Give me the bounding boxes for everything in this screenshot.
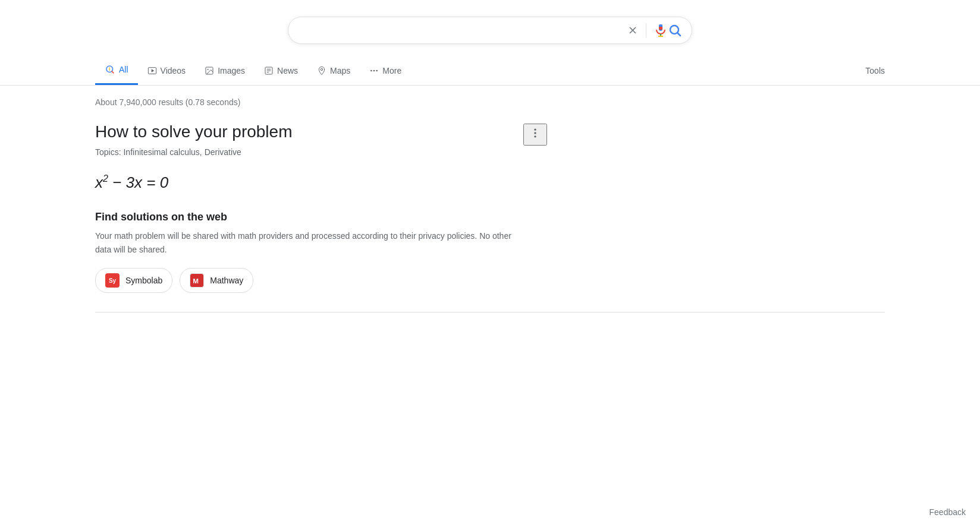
news-tab-icon: [264, 66, 274, 75]
tab-images[interactable]: Images: [195, 58, 255, 84]
symbolab-label: Symbolab: [125, 276, 162, 285]
clear-button[interactable]: [627, 24, 639, 36]
results-count: About 7,940,000 results (0.78 seconds): [95, 97, 885, 107]
mathway-label: Mathway: [210, 276, 243, 285]
symbolab-logo: Sy: [105, 273, 120, 288]
mathway-button[interactable]: M Mathway: [180, 268, 253, 293]
three-dot-menu-button[interactable]: [523, 124, 547, 146]
tab-all[interactable]: All: [95, 56, 138, 85]
tab-all-label: All: [119, 65, 128, 74]
close-icon: [627, 24, 639, 36]
svg-line-10: [112, 71, 114, 73]
search-bar: find the derivative of x^2-3x=0: [288, 17, 692, 44]
tab-videos-label: Videos: [161, 66, 186, 75]
tab-news-label: News: [277, 66, 298, 75]
solution-buttons: Sy Symbolab M Mathway: [95, 268, 547, 293]
tab-maps[interactable]: Maps: [307, 58, 360, 84]
tab-images-label: Images: [218, 66, 245, 75]
svg-line-8: [678, 33, 681, 36]
voice-search-button[interactable]: [654, 23, 668, 37]
svg-point-21: [370, 70, 372, 71]
search-icon: [668, 23, 682, 37]
tools-label: Tools: [865, 66, 885, 75]
vertical-dots-icon: [529, 127, 541, 139]
svg-point-20: [321, 68, 322, 70]
svg-point-24: [534, 129, 536, 131]
tab-videos[interactable]: Videos: [138, 58, 196, 84]
maps-tab-icon: [317, 66, 326, 75]
mathway-logo-icon: M: [191, 274, 203, 286]
main-content: About 7,940,000 results (0.78 seconds) H…: [0, 86, 980, 324]
svg-marker-13: [151, 69, 154, 72]
symbolab-button[interactable]: Sy Symbolab: [95, 268, 172, 293]
tabs-container: All Videos Images News Maps: [0, 56, 980, 86]
mathway-logo: M: [190, 273, 204, 288]
search-button[interactable]: [668, 23, 682, 37]
feedback-link[interactable]: Feedback: [929, 507, 966, 517]
footer-divider: [95, 312, 885, 312]
svg-text:M: M: [193, 277, 199, 285]
featured-box: How to solve your problem Topics: Infini…: [95, 121, 547, 293]
tab-news[interactable]: News: [255, 58, 307, 84]
search-input[interactable]: find the derivative of x^2-3x=0: [298, 25, 627, 36]
tab-maps-label: Maps: [330, 66, 350, 75]
solutions-desc: Your math problem will be shared with ma…: [95, 229, 523, 256]
svg-point-23: [376, 70, 378, 71]
more-tab-icon: [369, 66, 379, 75]
svg-point-15: [208, 68, 209, 70]
mic-icon: [654, 23, 668, 37]
svg-point-25: [534, 132, 536, 134]
symbolab-logo-text: Sy: [109, 277, 116, 284]
math-formula: x2 − 3x = 0: [95, 171, 547, 194]
tab-more[interactable]: More: [360, 58, 411, 84]
svg-point-26: [534, 135, 536, 137]
svg-rect-6: [659, 24, 662, 27]
featured-title: How to solve your problem: [95, 121, 547, 143]
images-tab-icon: [205, 66, 214, 75]
svg-rect-5: [659, 27, 662, 30]
videos-tab-icon: [147, 66, 157, 75]
tab-more-label: More: [382, 66, 401, 75]
tab-tools[interactable]: Tools: [865, 58, 885, 84]
search-tab-icon: [105, 64, 115, 75]
featured-topics: Topics: Infinitesimal calculus, Derivati…: [95, 147, 547, 157]
svg-point-22: [373, 70, 375, 71]
solutions-title: Find solutions on the web: [95, 211, 547, 223]
search-divider: [646, 23, 646, 37]
page-footer: Feedback: [915, 500, 980, 524]
search-bar-container: find the derivative of x^2-3x=0: [0, 0, 980, 56]
